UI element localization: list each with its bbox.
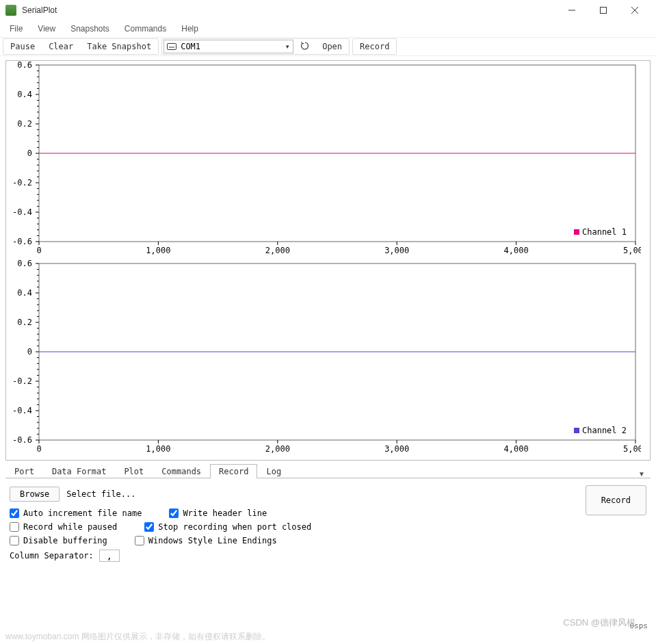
port-select[interactable]: COM1 ▼	[163, 40, 293, 53]
window-title: SerialPlot	[22, 5, 556, 15]
pause-button[interactable]: Pause	[5, 40, 40, 53]
record-start-button[interactable]: Record	[586, 485, 646, 515]
clear-button[interactable]: Clear	[43, 40, 79, 53]
svg-text:0: 0	[36, 246, 41, 255]
toolbar: Pause Clear Take Snapshot COM1 ▼ Open Re…	[0, 37, 656, 56]
auto-increment-label: Auto increment file name	[23, 508, 142, 518]
reload-icon	[300, 41, 310, 51]
watermark-csdn: CSDN @德律风根	[563, 617, 635, 629]
svg-text:0.6: 0.6	[17, 61, 32, 70]
record-panel: Record Browse Select file... Auto increm…	[0, 478, 656, 570]
svg-text:-0.4: -0.4	[12, 207, 32, 217]
svg-rect-114	[574, 428, 579, 433]
snapshot-button[interactable]: Take Snapshot	[81, 40, 157, 53]
minimize-icon	[568, 7, 575, 14]
close-button[interactable]	[619, 0, 651, 21]
svg-rect-4	[168, 44, 176, 50]
header-line-label: Write header line	[183, 508, 267, 518]
tab-data-format[interactable]: Data Format	[43, 464, 115, 478]
maximize-button[interactable]	[588, 0, 619, 21]
status-sps: 0sps	[630, 621, 648, 630]
svg-text:3,000: 3,000	[384, 444, 409, 454]
stop-on-close-label: Stop recording when port closed	[158, 522, 311, 532]
close-icon	[631, 7, 638, 14]
select-file-label: Select file...	[66, 489, 135, 499]
disable-buffering-label: Disable buffering	[23, 536, 107, 545]
svg-text:0.4: 0.4	[17, 288, 32, 298]
svg-text:0.4: 0.4	[17, 90, 32, 99]
port-value: COM1	[181, 42, 285, 51]
maximize-icon	[600, 7, 607, 14]
record-paused-label: Record while paused	[23, 522, 117, 532]
svg-text:0.6: 0.6	[17, 259, 32, 268]
watermark-toymoban: www.toymoban.com 网络图片仅供展示，非存储，如有侵权请联系删除。	[5, 631, 270, 643]
svg-text:0.2: 0.2	[17, 318, 32, 327]
svg-text:0: 0	[27, 347, 32, 357]
svg-text:0: 0	[27, 149, 32, 158]
minimize-button[interactable]	[556, 0, 588, 21]
svg-rect-1	[601, 8, 607, 14]
tab-plot[interactable]: Plot	[115, 464, 153, 478]
windows-endings-checkbox[interactable]	[135, 536, 144, 545]
menu-view[interactable]: View	[31, 23, 62, 35]
tab-overflow-button[interactable]: ▼	[633, 470, 651, 478]
menubar: File View Snapshots Commands Help	[0, 21, 656, 37]
tab-log[interactable]: Log	[257, 464, 290, 478]
record-button[interactable]: Record	[354, 40, 395, 53]
tab-commands[interactable]: Commands	[153, 464, 210, 478]
svg-text:4,000: 4,000	[504, 444, 529, 454]
svg-text:0.2: 0.2	[17, 119, 32, 129]
column-separator-label: Column Separator:	[10, 551, 94, 561]
svg-text:3,000: 3,000	[384, 246, 409, 255]
record-paused-checkbox[interactable]	[10, 522, 19, 532]
reload-button[interactable]	[296, 41, 314, 53]
plot-area: -0.6-0.4-0.200.20.40.601,0002,0003,0004,…	[5, 60, 651, 461]
browse-button[interactable]: Browse	[10, 487, 60, 502]
svg-text:1,000: 1,000	[146, 246, 170, 255]
svg-text:4,000: 4,000	[504, 246, 529, 255]
bottom-tabs: Port Data Format Plot Commands Record Lo…	[5, 463, 651, 478]
svg-text:-0.2: -0.2	[12, 178, 32, 188]
svg-text:-0.2: -0.2	[12, 376, 32, 386]
svg-text:0: 0	[36, 444, 41, 454]
svg-text:5,000: 5,000	[623, 246, 641, 255]
menu-help[interactable]: Help	[174, 23, 205, 35]
app-icon	[5, 5, 16, 16]
svg-text:2,000: 2,000	[265, 246, 290, 255]
menu-snapshots[interactable]: Snapshots	[64, 23, 116, 35]
svg-text:Channel 2: Channel 2	[582, 426, 627, 435]
tab-port[interactable]: Port	[5, 464, 43, 478]
disable-buffering-checkbox[interactable]	[10, 536, 19, 545]
windows-endings-label: Windows Style Line Endings	[148, 536, 277, 545]
header-line-checkbox[interactable]	[169, 508, 179, 518]
keyboard-icon	[167, 43, 176, 50]
tab-record[interactable]: Record	[210, 464, 257, 478]
svg-text:-0.6: -0.6	[12, 435, 32, 445]
chevron-down-icon: ▼	[285, 44, 290, 50]
svg-text:-0.6: -0.6	[12, 237, 32, 246]
menu-file[interactable]: File	[3, 23, 29, 35]
svg-text:-0.4: -0.4	[12, 406, 32, 415]
menu-commands[interactable]: Commands	[118, 23, 173, 35]
svg-text:1,000: 1,000	[146, 444, 170, 454]
svg-text:2,000: 2,000	[265, 444, 290, 454]
open-button[interactable]: Open	[317, 40, 347, 53]
stop-on-close-checkbox[interactable]	[144, 522, 154, 532]
svg-text:5,000: 5,000	[623, 444, 641, 454]
auto-increment-checkbox[interactable]	[10, 508, 19, 518]
svg-text:Channel 1: Channel 1	[582, 227, 627, 237]
titlebar: SerialPlot	[0, 0, 656, 21]
svg-rect-61	[574, 229, 579, 235]
column-separator-input[interactable]	[99, 550, 120, 562]
